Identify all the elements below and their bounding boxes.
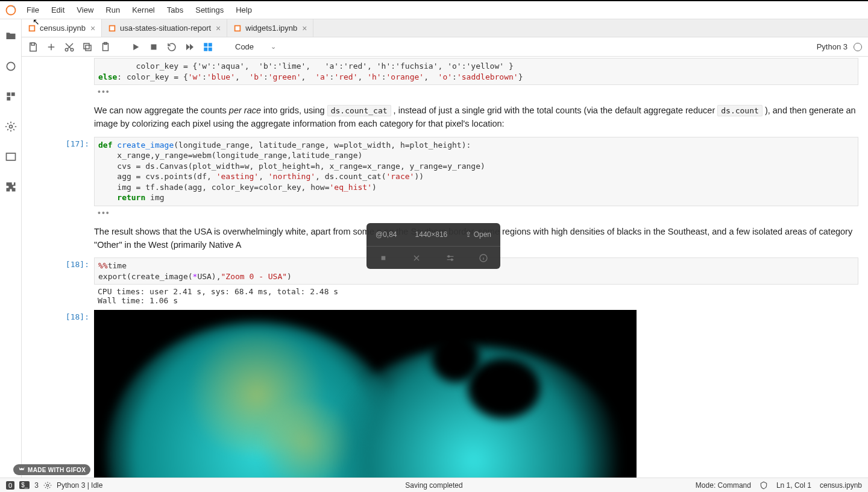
tab-widgets1[interactable]: widgets1.ipynb × (227, 19, 313, 37)
sliders-icon[interactable] (445, 253, 455, 263)
close-icon[interactable]: × (301, 24, 308, 33)
cell-prompt (22, 58, 94, 98)
save-button[interactable] (28, 42, 39, 52)
code-editor[interactable]: color_key = {'w':'aqua', 'b':'lime', 'a'… (94, 58, 858, 85)
run-button[interactable] (130, 42, 141, 52)
window-icon[interactable] (5, 151, 17, 163)
ellipsis-icon[interactable]: ••• (94, 206, 858, 219)
svg-rect-21 (151, 44, 157, 49)
notebook-toolbar: Code ⌄ Python 3 (22, 37, 868, 57)
cell-prompt: [18]: (22, 257, 94, 308)
notebook-icon (233, 24, 242, 33)
status-filename: census.ipynb (820, 481, 862, 490)
shield-icon (760, 481, 768, 490)
svg-rect-4 (11, 92, 14, 96)
run-all-button[interactable] (184, 42, 195, 52)
overlay-coords: @0,84 (376, 230, 397, 239)
terminal-icon[interactable]: $_ (19, 481, 30, 489)
status-count[interactable]: 0 (6, 481, 14, 490)
code-cell-partial: color_key = {'w':'aqua', 'b':'lime', 'a'… (22, 57, 858, 99)
gear-icon[interactable] (5, 121, 17, 133)
info-icon[interactable] (479, 253, 488, 263)
output-text: CPU times: user 2.41 s, sys: 68.4 ms, to… (94, 285, 858, 308)
output-prompt: [18]: (22, 310, 94, 478)
folder-icon[interactable] (5, 30, 17, 42)
close-icon[interactable]: × (89, 24, 96, 33)
overlay-open[interactable]: ⇪ Open (465, 230, 491, 239)
copy-button[interactable] (82, 42, 93, 52)
status-term-count: 3 (34, 481, 39, 490)
cell-type-select[interactable]: Code ⌄ (233, 42, 278, 51)
tab-bar: census.ipynb × usa-states-situation-repo… (22, 19, 868, 37)
overlay-dims: 868×492 (415, 230, 448, 239)
gear-icon[interactable] (43, 481, 52, 490)
menu-file[interactable]: File (20, 3, 45, 17)
cut-button[interactable] (64, 42, 75, 52)
menu-kernel[interactable]: Kernel (126, 3, 161, 17)
menu-settings[interactable]: Settings (189, 3, 230, 17)
menu-tabs[interactable]: Tabs (161, 3, 189, 17)
render-button[interactable] (203, 42, 213, 52)
fox-icon (18, 466, 25, 473)
notebook-icon (108, 24, 116, 33)
tab-usa-states[interactable]: usa-states-situation-report × (102, 19, 227, 37)
svg-rect-26 (381, 256, 385, 260)
svg-point-2 (7, 62, 14, 70)
commands-icon[interactable] (5, 90, 17, 102)
svg-point-27 (448, 256, 450, 257)
svg-rect-5 (7, 97, 10, 101)
svg-rect-11 (110, 26, 115, 30)
notebook-icon (28, 24, 36, 33)
code-editor[interactable]: def create_image(longitude_range, latitu… (94, 137, 858, 206)
tab-census[interactable]: census.ipynb × (22, 19, 102, 37)
status-kernel: Python 3 | Idle (57, 481, 103, 490)
puzzle-icon[interactable] (5, 181, 17, 193)
kernel-name[interactable]: Python 3 (817, 42, 848, 51)
jupyter-logo (4, 3, 18, 17)
chevron-down-icon: ⌄ (271, 43, 276, 51)
stop-button[interactable] (148, 42, 159, 52)
menu-view[interactable]: View (71, 3, 99, 17)
tab-label: usa-states-situation-report (120, 24, 211, 33)
svg-rect-3 (7, 92, 10, 96)
svg-rect-25 (209, 47, 212, 51)
markdown-text: We can now aggregate the counts per race… (94, 101, 858, 134)
screenshot-overlay: @0,84 868×492 ⇪ Open (366, 223, 500, 269)
insert-cell-button[interactable] (46, 42, 57, 52)
menu-bar: File Edit View Run Kernel Tabs Settings … (0, 1, 868, 19)
menu-help[interactable]: Help (230, 3, 258, 17)
cell-prompt: [17]: (22, 137, 94, 219)
svg-rect-7 (6, 153, 15, 160)
svg-point-30 (46, 484, 49, 487)
restart-button[interactable] (166, 42, 177, 52)
status-mode: Mode: Command (696, 481, 751, 490)
cell-type-value: Code (235, 42, 254, 51)
status-bar: 0 $_ 3 Python 3 | Idle Saving completed … (0, 478, 868, 492)
made-with-badge: MADE WITH GIFOX (13, 464, 90, 475)
ellipsis-icon[interactable]: ••• (94, 85, 858, 98)
status-lncol: Ln 1, Col 1 (776, 481, 811, 490)
svg-point-6 (9, 125, 12, 128)
close-icon[interactable]: × (215, 24, 222, 33)
svg-rect-22 (204, 43, 207, 46)
tab-label: widgets1.ipynb (245, 24, 297, 33)
code-cell-17: [17]: def create_image(longitude_range, … (22, 136, 858, 221)
running-icon[interactable] (5, 60, 17, 72)
svg-rect-24 (204, 47, 207, 51)
output-cell-18: [18]: (22, 309, 858, 478)
stop-square-icon[interactable] (379, 253, 388, 263)
svg-rect-13 (236, 26, 240, 30)
paste-button[interactable] (100, 42, 111, 52)
tab-label: census.ipynb (40, 24, 86, 33)
left-sidebar (0, 19, 22, 478)
menu-run[interactable]: Run (99, 3, 126, 17)
svg-rect-9 (30, 26, 34, 30)
svg-rect-18 (84, 43, 89, 49)
menu-edit[interactable]: Edit (45, 3, 71, 17)
close-icon[interactable] (412, 253, 421, 263)
svg-rect-23 (209, 43, 212, 46)
kernel-status-icon[interactable] (854, 43, 862, 51)
svg-point-1 (13, 5, 15, 7)
markdown-cell: We can now aggregate the counts per race… (22, 99, 858, 136)
svg-rect-14 (31, 43, 34, 45)
